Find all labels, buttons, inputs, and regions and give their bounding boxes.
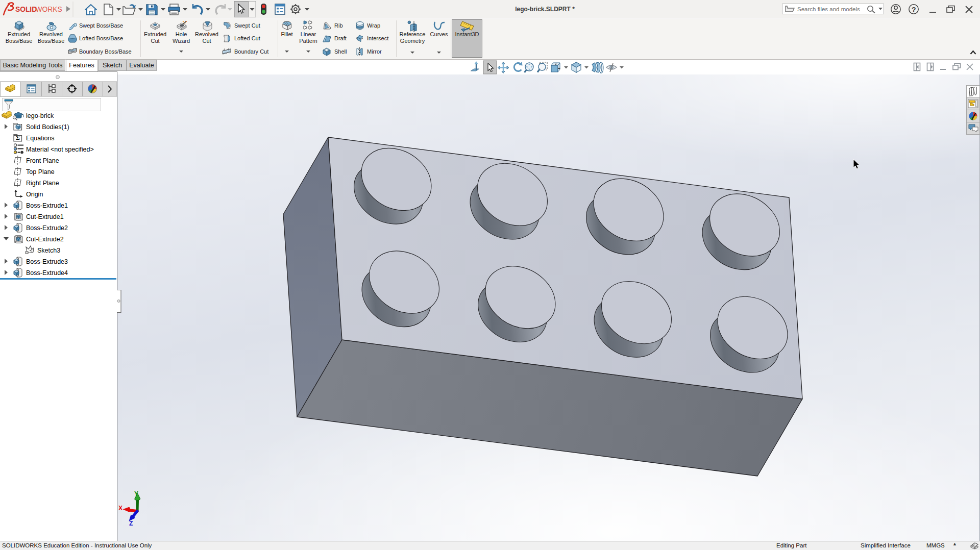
svg-text:?: ? (912, 6, 916, 14)
svg-text:WORKS: WORKS (36, 6, 62, 13)
svg-text:Y: Y (134, 490, 138, 497)
svg-text:Top Plane: Top Plane (26, 168, 55, 176)
svg-text:X: X (118, 505, 122, 512)
svg-text:Boss-Extrude2: Boss-Extrude2 (26, 224, 68, 232)
svg-text:lego-brick: lego-brick (26, 112, 54, 119)
svg-text:Cut-Extrude1: Cut-Extrude1 (26, 213, 64, 220)
svg-text:Solid Bodies(1): Solid Bodies(1) (26, 123, 69, 131)
svg-text:Cut-Extrude2: Cut-Extrude2 (26, 236, 64, 243)
svg-text:Front Plane: Front Plane (26, 157, 59, 164)
svg-text:Boss-Extrude1: Boss-Extrude1 (26, 202, 68, 209)
svg-text:Sketch3: Sketch3 (37, 247, 60, 254)
svg-text:Σ: Σ (16, 134, 20, 141)
svg-text:Boss-Extrude4: Boss-Extrude4 (26, 269, 68, 277)
svg-text:Equations: Equations (26, 135, 55, 142)
svg-text:Origin: Origin (26, 191, 43, 198)
svg-text:Z: Z (129, 520, 133, 527)
svg-text:SOLID: SOLID (15, 6, 37, 13)
svg-text:Right Plane: Right Plane (26, 180, 59, 187)
svg-text:Boss-Extrude3: Boss-Extrude3 (26, 258, 68, 265)
svg-text:Material <not specified>: Material <not specified> (26, 146, 94, 153)
